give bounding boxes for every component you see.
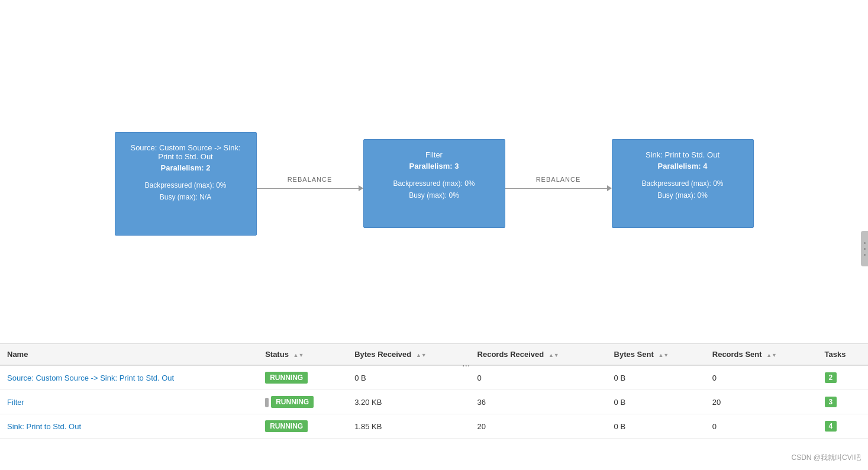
arrow-connector-2: REBALANCE xyxy=(505,176,612,191)
row-status-cell: RUNNING xyxy=(258,365,347,390)
bytes-received-sort-icon[interactable]: ▲▼ xyxy=(416,352,427,358)
flow-container: Source: Custom Source -> Sink: Print to … xyxy=(0,132,868,236)
arrow2-label: REBALANCE xyxy=(536,176,581,183)
row-records-received-cell: 20 xyxy=(470,414,607,439)
row-tasks-cell: 3 xyxy=(818,390,868,414)
node3-stats: Backpressured (max): 0% Busy (max): 0% xyxy=(624,178,741,202)
row-records-sent-cell: 0 xyxy=(705,365,818,390)
row-name-cell: Source: Custom Source -> Sink: Print to … xyxy=(0,365,258,390)
arrow1-label: REBALANCE xyxy=(288,176,333,183)
row-name-cell: Sink: Print to Std. Out xyxy=(0,414,258,439)
flow-node-2[interactable]: Filter Parallelism: 3 Backpressured (max… xyxy=(363,139,505,228)
row-records-sent-cell: 0 xyxy=(705,414,818,439)
col-header-records-received[interactable]: Records Received ▲▼ xyxy=(470,344,607,365)
records-received-sort-icon[interactable]: ▲▼ xyxy=(548,352,559,358)
arrow2-head xyxy=(607,185,612,191)
col-header-records-sent[interactable]: Records Sent ▲▼ xyxy=(705,344,818,365)
table-row: Source: Custom Source -> Sink: Print to … xyxy=(0,365,868,390)
node3-backpressured: Backpressured (max): 0% xyxy=(624,178,741,189)
diagram-area: Source: Custom Source -> Sink: Print to … xyxy=(0,0,868,343)
bytes-sent-sort-icon[interactable]: ▲▼ xyxy=(658,352,669,358)
handle-dot xyxy=(864,242,866,244)
tasks-badge: 4 xyxy=(825,421,837,432)
node1-backpressured: Backpressured (max): 0% xyxy=(127,179,244,191)
table-area: Name Status ▲▼ Bytes Received ▲▼ Records… xyxy=(0,343,868,439)
records-sent-sort-icon[interactable]: ▲▼ xyxy=(766,352,777,358)
node1-stats: Backpressured (max): 0% Busy (max): N/A xyxy=(127,179,244,204)
row-tasks-cell: 2 xyxy=(818,365,868,390)
arrow1-line xyxy=(257,185,363,191)
row-name-link[interactable]: Source: Custom Source -> Sink: Print to … xyxy=(7,374,174,382)
row-name-link[interactable]: Sink: Print to Std. Out xyxy=(7,422,81,431)
arrow1-body xyxy=(257,188,359,189)
arrow2-line xyxy=(505,185,612,191)
row-status-cell: RUNNING xyxy=(258,390,347,414)
row-records-sent-cell: 20 xyxy=(705,390,818,414)
handle-dot xyxy=(864,254,866,256)
arrow2-body xyxy=(505,188,607,189)
arrow1-head xyxy=(359,185,363,191)
tasks-badge: 2 xyxy=(825,372,837,383)
row-tasks-cell: 4 xyxy=(818,414,868,439)
node3-title: Sink: Print to Std. Out xyxy=(624,150,741,159)
status-sort-icon[interactable]: ▲▼ xyxy=(293,352,304,358)
node2-title: Filter xyxy=(376,150,493,159)
status-badge: RUNNING xyxy=(265,372,308,384)
watermark: CSDN @我就叫CVI吧 xyxy=(791,453,861,463)
col-header-name[interactable]: Name xyxy=(0,344,258,365)
right-side-handle[interactable] xyxy=(861,231,868,266)
status-badge: RUNNING xyxy=(271,396,314,408)
flow-node-3[interactable]: Sink: Print to Std. Out Parallelism: 4 B… xyxy=(612,139,754,228)
node3-busy: Busy (max): 0% xyxy=(624,189,741,201)
node1-parallelism: Parallelism: 2 xyxy=(127,163,244,172)
status-badge: RUNNING xyxy=(265,420,308,432)
row-name-cell: Filter xyxy=(0,390,258,414)
row-bytes-received-cell: 3.20 KB xyxy=(347,390,470,414)
arrow-connector-1: REBALANCE xyxy=(257,176,363,191)
node1-title: Source: Custom Source -> Sink: Print to … xyxy=(127,143,244,161)
node2-stats: Backpressured (max): 0% Busy (max): 0% xyxy=(376,178,493,202)
handle-dot xyxy=(864,248,866,250)
node1-busy: Busy (max): N/A xyxy=(127,191,244,203)
row-records-received-cell: 0 xyxy=(470,365,607,390)
jobs-table: Name Status ▲▼ Bytes Received ▲▼ Records… xyxy=(0,344,868,439)
drag-handle-icon[interactable] xyxy=(265,398,269,407)
row-bytes-sent-cell: 0 B xyxy=(607,365,705,390)
node2-busy: Busy (max): 0% xyxy=(376,189,493,201)
col-header-bytes-sent[interactable]: Bytes Sent ▲▼ xyxy=(607,344,705,365)
row-bytes-sent-cell: 0 B xyxy=(607,414,705,439)
table-row: FilterRUNNING3.20 KB360 B203 xyxy=(0,390,868,414)
tasks-badge: 3 xyxy=(825,397,837,407)
row-name-link[interactable]: Filter xyxy=(7,398,24,407)
col-header-status[interactable]: Status ▲▼ xyxy=(258,344,347,365)
flow-node-1[interactable]: Source: Custom Source -> Sink: Print to … xyxy=(115,132,257,236)
node2-backpressured: Backpressured (max): 0% xyxy=(376,178,493,189)
row-bytes-sent-cell: 0 B xyxy=(607,390,705,414)
table-header-row: Name Status ▲▼ Bytes Received ▲▼ Records… xyxy=(0,344,868,365)
row-bytes-received-cell: 0 B xyxy=(347,365,470,390)
node2-parallelism: Parallelism: 3 xyxy=(376,162,493,170)
three-dots-button[interactable]: ... xyxy=(459,357,473,370)
table-row: Sink: Print to Std. OutRUNNING1.85 KB200… xyxy=(0,414,868,439)
col-header-bytes-received[interactable]: Bytes Received ▲▼ xyxy=(347,344,470,365)
row-status-cell: RUNNING xyxy=(258,414,347,439)
row-records-received-cell: 36 xyxy=(470,390,607,414)
col-header-tasks[interactable]: Tasks xyxy=(818,344,868,365)
node3-parallelism: Parallelism: 4 xyxy=(624,162,741,170)
row-bytes-received-cell: 1.85 KB xyxy=(347,414,470,439)
